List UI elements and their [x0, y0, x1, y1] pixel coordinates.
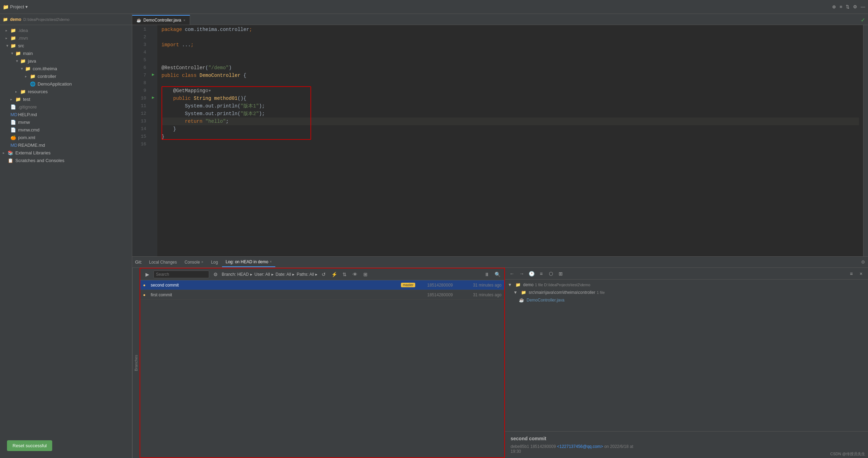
log-row-first-commit[interactable]: ● first commit 18514280009 31 minutes ag… [140, 290, 504, 300]
top-icon-gear[interactable]: ⚙ [853, 4, 857, 9]
history-btn[interactable]: 🕐 [527, 270, 536, 278]
hex-btn[interactable]: ⬡ [547, 270, 555, 278]
detail-panel: ← → 🕐 ≡ ⬡ ⊞ ≡ × [505, 268, 868, 458]
code-line-1: package com.itheima.controller; [161, 26, 859, 33]
reset-successful-button[interactable]: Reset successful [7, 440, 52, 451]
grid-btn[interactable]: ⊞ [361, 270, 370, 279]
back-btn[interactable]: ← [508, 270, 516, 278]
gutter-run2-icon[interactable]: ▶ [149, 94, 157, 102]
editor-area: ☕ DemoController.java × ✓ 1 2 3 4 5 6 7 … [132, 14, 868, 256]
commit-time-detail: 19:30 [511, 449, 521, 454]
paths-filter[interactable]: Paths: All ▸ [297, 272, 317, 277]
tree-resources[interactable]: ▸ 📁 resources [0, 88, 132, 95]
branch-filter[interactable]: Branch: HEAD ▸ [222, 272, 252, 277]
project-root-path: D:\IdeaProjects\test2\demo [23, 17, 70, 22]
ft-src-path[interactable]: ▼ 📁 src\main\java\com\itheima\controller… [505, 289, 868, 296]
code-line-9: @GetMapping⚙▾ [161, 87, 859, 95]
folder-icon-src2: 📁 [521, 290, 527, 295]
code-line-14: } [161, 125, 859, 133]
tree-mvn[interactable]: ▸ 📁 .mvn [0, 34, 132, 42]
tree-com-itheima[interactable]: ▼ 📁 com.itheima [0, 65, 132, 72]
commit-meta: debe85b1 18514280009 <1227137456@qq.com>… [511, 444, 862, 454]
tree-test[interactable]: ▸ 📁 test [0, 95, 132, 103]
sort-btn[interactable]: ⇅ [340, 270, 349, 279]
search-btn[interactable]: 🔍 [493, 270, 502, 279]
expand-btn[interactable]: ▶ [143, 270, 151, 279]
tree-main[interactable]: ▼ 📁 main [0, 49, 132, 57]
date-filter-label: Date: All [276, 272, 291, 277]
log-settings-btn[interactable]: ⚙ [211, 270, 220, 279]
detail-toolbar: ← → 🕐 ≡ ⬡ ⊞ ≡ × [505, 268, 868, 280]
tab-close-button[interactable]: × [183, 18, 186, 22]
log-search-input[interactable] [153, 271, 209, 278]
tree-java[interactable]: ▼ 📁 java [0, 57, 132, 65]
tree-pom-xml[interactable]: 🍊 pom.xml [0, 134, 132, 141]
log-table: ● second commit master 18514280009 31 mi… [140, 280, 504, 457]
branches-label[interactable]: Branches [132, 268, 140, 458]
ft-src-label: src\main\java\com\itheima\controller [529, 290, 595, 295]
tree-help-md[interactable]: MD HELP.md [0, 111, 132, 118]
log-head-close[interactable]: × [270, 260, 272, 264]
ft-src-count: 1 file [597, 290, 605, 295]
editor-tabs: ☕ DemoController.java × ✓ [132, 14, 868, 25]
git-tab-log-head[interactable]: Log: on HEAD in demo × [222, 257, 275, 267]
tree-src[interactable]: ▼ 📁 src [0, 42, 132, 49]
log-row-second-commit[interactable]: ● second commit master 18514280009 31 mi… [140, 280, 504, 290]
top-icon-globe[interactable]: ⊕ [832, 4, 836, 9]
code-line-8 [161, 79, 859, 87]
top-icon-sort[interactable]: ⇅ [846, 4, 850, 9]
main-layout: 📁 demo D:\IdeaProjects\test2\demo ▸ 📁 .i… [0, 14, 868, 458]
top-icon-list[interactable]: ≡ [839, 4, 842, 9]
tree-idea[interactable]: ▸ 📁 .idea [0, 26, 132, 34]
commit-hash-detail: debe85b1 18514280009 [511, 444, 557, 449]
user-filter[interactable]: User: All ▸ [254, 272, 274, 277]
git-tab-local-changes[interactable]: Local Changes [145, 257, 180, 267]
ft-demo-root[interactable]: ▼ 📁 demo 1 file D:\IdeaProjects\test2\de… [505, 281, 868, 289]
commit-graph-icon-first: ● [143, 292, 149, 297]
detail-close-btn[interactable]: × [857, 270, 865, 278]
console-close[interactable]: × [201, 260, 203, 264]
pause-btn[interactable]: ⏸ [483, 270, 491, 279]
detail-settings-btn[interactable]: ≡ [847, 270, 855, 278]
code-line-7: public class DemoController { [161, 72, 859, 79]
top-icon-minimize[interactable]: — [861, 4, 865, 9]
editor-vertical-scrollbar[interactable] [863, 25, 868, 256]
tree-scratches-consoles[interactable]: 📋 Scratches and Consoles [0, 156, 132, 164]
ft-demo-controller[interactable]: ☕ DemoController.java [505, 296, 868, 304]
refresh-btn[interactable]: ↺ [319, 270, 328, 279]
tree-mvnw-cmd[interactable]: 📄 mvnw.cmd [0, 126, 132, 134]
folder-icon-demo: ▼ [508, 282, 514, 287]
project-icon: 📁 [3, 4, 9, 10]
gutter-icons: ▶ ▶ [149, 25, 157, 256]
tree-gitignore[interactable]: 📄 .gitignore [0, 103, 132, 111]
git-settings-icon[interactable]: ⚙ [861, 259, 865, 265]
master-tag: master [401, 283, 415, 287]
tree-readme-md[interactable]: MD README.md [0, 141, 132, 149]
gutter-run-icon[interactable]: ▶ [149, 71, 157, 79]
tree-controller[interactable]: ▸ 📁 controller [0, 72, 132, 80]
tree-demo-application[interactable]: 🌐 DemoApplication [0, 80, 132, 88]
editor-tab-demo-controller[interactable]: ☕ DemoController.java × [132, 15, 190, 25]
date-filter[interactable]: Date: All ▸ [276, 272, 295, 277]
checkmark-icon: ✓ [861, 17, 865, 23]
diff-btn[interactable]: ≡ [537, 270, 545, 278]
project-menu[interactable]: 📁 Project ▾ [3, 4, 28, 10]
ft-demo-controller-label: DemoController.java [527, 298, 565, 303]
git-tab-console[interactable]: Console × [181, 257, 207, 267]
commit-info: second commit debe85b1 18514280009 <1227… [505, 431, 868, 458]
code-line-12: System.out.println("版本2"); [161, 110, 859, 118]
cherry-pick-btn[interactable]: ⚡ [330, 270, 338, 279]
code-line-6: @RestController("/demo") [161, 64, 859, 72]
branch-filter-label: Branch: HEAD [222, 272, 249, 277]
tree-mvnw[interactable]: 📄 mvnw [0, 118, 132, 126]
tab-name: DemoController.java [143, 18, 181, 23]
user-filter-label: User: All [254, 272, 270, 277]
forward-btn[interactable]: → [518, 270, 526, 278]
expand-all-btn[interactable]: ⊞ [557, 270, 565, 278]
bottom-content: Branches ▶ ⚙ Branch: HEAD ▸ User [132, 268, 868, 458]
eye-btn[interactable]: 👁 [351, 270, 359, 279]
log-panel: ▶ ⚙ Branch: HEAD ▸ User: All ▸ Date: All [140, 268, 505, 458]
git-tab-log[interactable]: Log [207, 257, 221, 267]
code-content[interactable]: package com.itheima.controller; import .… [157, 25, 863, 256]
tree-external-libraries[interactable]: ▸ 📚 External Libraries [0, 149, 132, 156]
